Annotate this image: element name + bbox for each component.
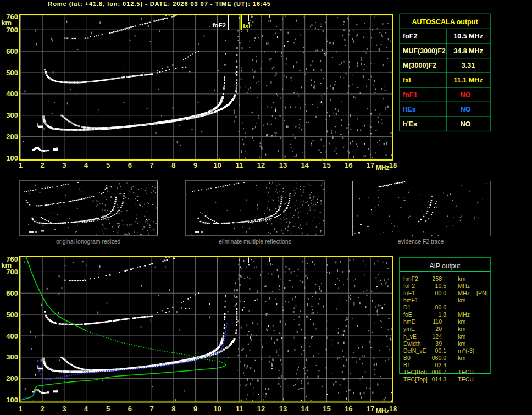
svg-text:---: --- xyxy=(432,297,438,303)
svg-text:600: 600 xyxy=(6,289,18,297)
svg-text:4: 4 xyxy=(84,161,88,169)
svg-text:16: 16 xyxy=(345,405,352,413)
svg-text:km: km xyxy=(458,333,465,340)
svg-text:6: 6 xyxy=(128,405,132,413)
svg-text:h'Es: h'Es xyxy=(403,120,417,128)
svg-text:15: 15 xyxy=(323,405,330,413)
svg-text:foF1: foF1 xyxy=(403,290,415,296)
svg-text:Ewidth: Ewidth xyxy=(403,340,421,347)
svg-text:km: km xyxy=(458,318,465,325)
svg-text:13: 13 xyxy=(279,161,287,169)
svg-text:TEC[Bot]: TEC[Bot] xyxy=(403,369,427,375)
svg-text:MHz: MHz xyxy=(458,290,470,296)
svg-text:18: 18 xyxy=(389,161,397,169)
svg-text:3.31: 3.31 xyxy=(462,62,475,69)
svg-text:TECU: TECU xyxy=(458,369,474,375)
svg-text:39: 39 xyxy=(435,340,442,347)
svg-text:18: 18 xyxy=(389,405,397,413)
svg-text:17: 17 xyxy=(367,161,374,169)
svg-text:km: km xyxy=(458,275,465,282)
svg-text:m^(-3): m^(-3) xyxy=(458,347,474,354)
svg-text:original ionogram resized: original ionogram resized xyxy=(56,238,120,245)
svg-text:D1: D1 xyxy=(403,304,411,311)
svg-text:10.5: 10.5 xyxy=(435,283,447,289)
svg-text:258: 258 xyxy=(432,275,442,282)
svg-text:3: 3 xyxy=(62,161,66,169)
svg-text:10: 10 xyxy=(213,161,221,169)
svg-text:14: 14 xyxy=(301,161,309,169)
svg-text:km: km xyxy=(458,340,465,347)
svg-text:B1: B1 xyxy=(403,362,411,368)
svg-text:ftEs: ftEs xyxy=(403,106,416,113)
svg-text:MHz: MHz xyxy=(376,407,390,415)
svg-text:11: 11 xyxy=(235,161,243,169)
svg-text:200: 200 xyxy=(6,132,18,141)
svg-text:9: 9 xyxy=(193,161,197,169)
svg-text:14: 14 xyxy=(301,405,309,413)
svg-text:1: 1 xyxy=(19,161,23,169)
svg-text:060.0: 060.0 xyxy=(432,355,446,361)
svg-text:3: 3 xyxy=(62,405,66,413)
svg-text:9: 9 xyxy=(193,405,197,413)
svg-text:12: 12 xyxy=(257,405,265,413)
svg-text:km: km xyxy=(458,297,465,303)
svg-text:MHz: MHz xyxy=(376,164,390,171)
svg-text:500: 500 xyxy=(6,311,18,319)
svg-text:700: 700 xyxy=(6,26,18,34)
svg-text:300: 300 xyxy=(6,353,18,361)
svg-text:2: 2 xyxy=(40,161,44,169)
svg-text:16: 16 xyxy=(345,161,352,169)
svg-text:400: 400 xyxy=(6,332,18,340)
svg-text:M(3000)F2: M(3000)F2 xyxy=(403,62,436,69)
svg-text:014.3: 014.3 xyxy=(432,376,446,383)
svg-text:km: km xyxy=(458,325,465,332)
svg-text:Rome (lat: +41.8, lon: 012.5): Rome (lat: +41.8, lon: 012.5) - DATE: 20… xyxy=(48,1,270,7)
svg-text:2: 2 xyxy=(40,405,44,413)
svg-text:4: 4 xyxy=(84,405,88,413)
svg-text:eliminate multiple reflections: eliminate multiple reflections xyxy=(219,238,291,245)
svg-text:8: 8 xyxy=(171,405,175,413)
svg-text:500: 500 xyxy=(6,69,18,77)
svg-text:1: 1 xyxy=(19,405,23,413)
svg-text:6: 6 xyxy=(128,161,132,169)
svg-text:B0: B0 xyxy=(403,355,411,361)
svg-text:100: 100 xyxy=(6,396,18,404)
svg-text:1.8: 1.8 xyxy=(438,311,446,318)
svg-text:10: 10 xyxy=(213,405,221,413)
svg-text:11.1 MHz: 11.1 MHz xyxy=(454,76,483,84)
svg-text:h_vE: h_vE xyxy=(403,333,417,340)
svg-text:foF2: foF2 xyxy=(403,32,417,40)
svg-text:17: 17 xyxy=(367,405,374,413)
svg-text:AIP output: AIP output xyxy=(430,262,461,270)
svg-text:700: 700 xyxy=(6,268,18,276)
svg-text:MHz: MHz xyxy=(458,283,470,289)
svg-text:11: 11 xyxy=(235,405,243,413)
svg-text:200: 200 xyxy=(6,374,18,383)
svg-text:10.5 MHz: 10.5 MHz xyxy=(453,32,483,40)
svg-text:02.4: 02.4 xyxy=(435,362,447,368)
svg-text:NO: NO xyxy=(461,91,471,99)
svg-text:km: km xyxy=(458,355,465,361)
svg-text:TECU: TECU xyxy=(458,376,474,383)
svg-text:300: 300 xyxy=(6,111,18,119)
svg-text:006.7: 006.7 xyxy=(432,369,446,375)
svg-text:00.1: 00.1 xyxy=(435,347,447,354)
svg-text:400: 400 xyxy=(6,90,18,98)
svg-text:foE: foE xyxy=(403,311,412,318)
svg-text:hmF2: hmF2 xyxy=(403,275,418,282)
svg-text:12: 12 xyxy=(257,161,265,169)
svg-text:20: 20 xyxy=(435,325,442,332)
svg-text:foF2: foF2 xyxy=(403,283,415,289)
svg-text:hmE: hmE xyxy=(403,318,415,325)
svg-text:00.0: 00.0 xyxy=(435,304,447,311)
svg-text:MHz: MHz xyxy=(458,311,470,318)
svg-text:7: 7 xyxy=(149,405,153,413)
svg-text:DelN_vE: DelN_vE xyxy=(403,347,426,354)
svg-text:34.8 MHz: 34.8 MHz xyxy=(453,47,483,55)
svg-text:foF1: foF1 xyxy=(403,91,417,99)
svg-text:TEC[Top]: TEC[Top] xyxy=(403,376,428,383)
svg-text:NO: NO xyxy=(461,106,471,113)
svg-text:5: 5 xyxy=(106,161,110,169)
svg-text:13: 13 xyxy=(279,405,287,413)
svg-text:hmF1: hmF1 xyxy=(403,297,418,303)
